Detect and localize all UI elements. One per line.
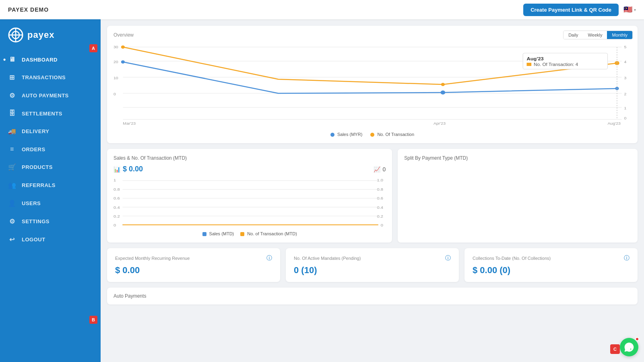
stats-row: Expected Monthly Recurring Revenue ⓘ $ 0… — [107, 248, 638, 282]
stat-mandates-label: No. Of Active Mandates (Pending) ⓘ — [294, 255, 451, 262]
orders-icon: ≡ — [8, 146, 16, 153]
middle-row: Sales & No. Of Transaction (MTD) 📊 $ 0.0… — [107, 149, 638, 243]
flag-icon: 🇲🇾 — [623, 5, 632, 14]
sidebar-item-delivery[interactable]: 🚚 DELIVERY — [0, 122, 101, 140]
main-layout: payex A 🖥 DASHBOARD ⊞ TRANSACTIONS ⚙ AUT… — [0, 19, 644, 362]
info-icon-collections[interactable]: ⓘ — [624, 255, 630, 262]
toggle-monthly[interactable]: Monthly — [607, 31, 632, 39]
svg-text:0.8: 0.8 — [114, 187, 120, 191]
sidebar-item-dashboard[interactable]: 🖥 DASHBOARD — [0, 51, 101, 68]
split-payment-chart-empty — [404, 165, 631, 225]
legend-transactions: No. Of Transaction — [370, 132, 414, 137]
sidebar-item-label: AUTO PAYMENTS — [22, 93, 69, 99]
svg-text:5: 5 — [624, 45, 626, 49]
svg-text:Apr'23: Apr'23 — [433, 121, 446, 125]
sidebar-logo-text: payex — [27, 30, 54, 40]
sidebar-item-label: REFERRALS — [22, 182, 56, 188]
svg-text:Aug'23: Aug'23 — [526, 56, 544, 62]
overview-legend: Sales (MYR) No. Of Transaction — [114, 132, 631, 137]
topbar: PAYEX DEMO Create Payment Link & QR Code… — [0, 0, 644, 19]
mtd-header: 📊 $ 0.00 📈 0 — [114, 165, 386, 173]
info-icon-mandates[interactable]: ⓘ — [445, 255, 451, 262]
legend-sales-mtd: Sales (MTD) — [202, 231, 234, 236]
svg-text:1.0: 1.0 — [377, 178, 383, 182]
stat-recurring-label: Expected Monthly Recurring Revenue ⓘ — [115, 255, 272, 262]
sidebar-item-referrals[interactable]: 👥 REFERRALS — [0, 176, 101, 194]
svg-text:0: 0 — [114, 223, 116, 227]
svg-point-21 — [441, 90, 446, 95]
svg-text:4: 4 — [624, 60, 626, 64]
svg-rect-28 — [526, 63, 531, 66]
sidebar-item-users[interactable]: 👤 USERS — [0, 194, 101, 212]
mtd-chart: 1 0.8 0.6 0.4 0.2 0 1.0 0.8 0.6 0.4 0.2 … — [114, 177, 386, 229]
sidebar-item-logout[interactable]: ↩ LOGOUT — [0, 230, 101, 249]
sidebar-item-label: PRODUCTS — [22, 164, 53, 170]
svg-text:0: 0 — [624, 116, 626, 120]
sidebar-item-settings[interactable]: ⚙ SETTINGS — [0, 212, 101, 230]
svg-text:Mar'23: Mar'23 — [123, 121, 136, 125]
transactions-icon: ⊞ — [8, 74, 16, 81]
svg-text:20: 20 — [114, 60, 118, 64]
sidebar-item-label: SETTLEMENTS — [22, 111, 62, 117]
auto-payments-icon: ⚙ — [8, 92, 16, 99]
topbar-right: Create Payment Link & QR Code 🇲🇾 ▾ — [523, 4, 636, 16]
mtd-legend: Sales (MTD) No. of Transaction (MTD) — [114, 231, 386, 236]
mtd-amount: 📊 $ 0.00 — [114, 165, 143, 173]
stat-mandates: No. Of Active Mandates (Pending) ⓘ 0 (10… — [286, 248, 459, 282]
whatsapp-icon — [624, 342, 634, 352]
svg-text:0: 0 — [114, 92, 116, 96]
sidebar-item-label: USERS — [22, 200, 41, 206]
svg-text:2: 2 — [624, 92, 626, 96]
sidebar-item-label: TRANSACTIONS — [22, 74, 66, 80]
split-payment-title: Split By Payment Type (MTD) — [404, 155, 631, 161]
products-icon: 🛒 — [8, 163, 16, 171]
stat-collections-label: Collections To-Date (No. Of Collections)… — [473, 255, 630, 262]
overview-card: Overview Daily Weekly Monthly 30 20 10 0… — [107, 26, 638, 143]
chevron-down-icon: ▾ — [634, 8, 636, 12]
whatsapp-button[interactable] — [620, 338, 638, 356]
info-icon-recurring[interactable]: ⓘ — [266, 255, 272, 262]
count-icon: 📈 — [374, 166, 380, 173]
sidebar-item-auto-payments[interactable]: ⚙ AUTO PAYMENTS — [0, 86, 101, 105]
svg-text:0.4: 0.4 — [377, 206, 383, 210]
sidebar-item-label: LOGOUT — [22, 237, 45, 243]
svg-text:0.2: 0.2 — [114, 214, 120, 218]
overview-chart: 30 20 10 0 5 4 3 2 1 0 — [114, 41, 631, 130]
overview-chart-svg: 30 20 10 0 5 4 3 2 1 0 — [114, 41, 631, 125]
notification-dot — [635, 337, 639, 341]
overview-title: Overview — [114, 32, 631, 38]
stat-collections-value: $ 0.00 (0) — [473, 265, 630, 276]
sidebar-item-transactions[interactable]: ⊞ TRANSACTIONS — [0, 68, 101, 86]
sales-icon: 📊 — [114, 166, 120, 173]
svg-text:0.6: 0.6 — [114, 196, 120, 200]
svg-text:30: 30 — [114, 45, 118, 49]
auto-payments-title: Auto Payments — [114, 293, 631, 299]
svg-text:Aug'23: Aug'23 — [608, 121, 621, 125]
create-payment-button[interactable]: Create Payment Link & QR Code — [523, 4, 619, 16]
users-icon: 👤 — [8, 200, 16, 207]
brand-label: PAYEX DEMO — [8, 6, 49, 13]
legend-sales: Sales (MYR) — [330, 132, 362, 137]
sidebar-item-label: SETTINGS — [22, 218, 50, 224]
delivery-icon: 🚚 — [8, 128, 16, 135]
sales-mtd-title: Sales & No. Of Transaction (MTD) — [114, 155, 386, 161]
svg-text:3: 3 — [624, 76, 626, 80]
svg-text:No. Of Transaction: 4: No. Of Transaction: 4 — [534, 62, 578, 67]
referrals-icon: 👥 — [8, 181, 16, 189]
mtd-count: 📈 0 — [374, 166, 386, 173]
toggle-daily[interactable]: Daily — [564, 31, 583, 39]
sidebar-item-products[interactable]: 🛒 PRODUCTS — [0, 158, 101, 176]
transactions-mtd-dot — [240, 232, 244, 236]
sidebar-item-label: DASHBOARD — [22, 57, 58, 63]
sidebar-item-settlements[interactable]: 🗄 SETTLEMENTS — [0, 105, 101, 122]
payex-logo-icon — [8, 27, 23, 43]
svg-point-24 — [441, 83, 445, 86]
chart-toggle-group: Daily Weekly Monthly — [563, 31, 633, 39]
sidebar-navigation: 🖥 DASHBOARD ⊞ TRANSACTIONS ⚙ AUTO PAYMEN… — [0, 51, 101, 362]
svg-point-23 — [121, 45, 125, 49]
sidebar-item-orders[interactable]: ≡ ORDERS — [0, 140, 101, 158]
flag-button[interactable]: 🇲🇾 ▾ — [623, 5, 636, 14]
settings-icon: ⚙ — [8, 218, 16, 225]
sidebar: payex A 🖥 DASHBOARD ⊞ TRANSACTIONS ⚙ AUT… — [0, 19, 101, 362]
toggle-weekly[interactable]: Weekly — [583, 31, 607, 39]
